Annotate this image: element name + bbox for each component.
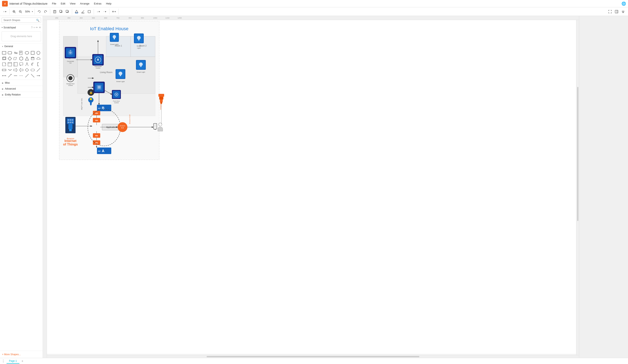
shape-rect-flat[interactable]	[2, 67, 6, 72]
shape-hexagon[interactable]	[19, 56, 24, 61]
scratchpad-edit-icon[interactable]: ✏	[36, 26, 38, 29]
menu-view[interactable]: View	[68, 1, 78, 6]
shape-arrow-right[interactable]	[13, 67, 18, 72]
redo-button[interactable]	[43, 9, 48, 14]
scrollbar-thumb-horizontal[interactable]	[207, 356, 419, 357]
shape-parallelogram[interactable]	[13, 56, 18, 61]
waypoint-button[interactable]: ▾	[102, 9, 108, 14]
scratchpad-label: Scratchpad	[3, 26, 16, 29]
shape-diamond[interactable]	[7, 56, 12, 61]
shape-cloud[interactable]	[36, 56, 41, 61]
ruler-mark: 1150	[165, 17, 169, 19]
shape-square[interactable]	[30, 50, 35, 55]
zoom-level[interactable]: 50%	[24, 10, 31, 13]
svg-text:M4: M4	[95, 142, 98, 144]
undo-button[interactable]	[36, 9, 42, 14]
panel-toggle-button[interactable]	[614, 9, 620, 14]
advanced-category-header[interactable]: ▶ Advanced	[0, 86, 43, 92]
shape-line[interactable]	[36, 67, 41, 72]
shape-wave[interactable]	[7, 67, 12, 72]
advanced-category: ▶ Advanced	[0, 86, 43, 92]
shape-line-simple[interactable]	[13, 73, 18, 78]
shape-arrow-both[interactable]	[2, 73, 6, 78]
shape-circle[interactable]	[36, 50, 41, 55]
menu-edit[interactable]: Edit	[59, 1, 67, 6]
shape-container-alt[interactable]	[13, 62, 18, 67]
shape-tape[interactable]	[30, 67, 35, 72]
scrollbar-thumb-vertical[interactable]	[577, 87, 578, 221]
svg-rect-17	[54, 10, 55, 11]
shape-data-store[interactable]	[24, 67, 29, 72]
menu-arrange[interactable]: Arrange	[78, 1, 91, 6]
shape-callout-rect[interactable]	[19, 62, 24, 67]
add-page-button[interactable]: +	[20, 359, 25, 364]
scrollbar-vertical[interactable]	[576, 20, 579, 355]
svg-rect-194	[160, 100, 163, 102]
shape-rect[interactable]	[2, 50, 6, 55]
general-category-header[interactable]: ▾ General	[0, 44, 43, 49]
page-tabs-menu[interactable]: ⋮	[2, 359, 5, 363]
fullscreen-button[interactable]	[607, 9, 613, 14]
entity-relation-category-header[interactable]: ▶ Entity Relation	[0, 92, 43, 98]
delete-button[interactable]	[52, 9, 58, 14]
canvas[interactable]: IoT Enabled House Garage Room 1 Room 2 L…	[47, 20, 579, 354]
shape-cylinder[interactable]	[30, 56, 35, 61]
shape-line-dashed[interactable]	[19, 73, 24, 78]
scrollbar-horizontal[interactable]	[47, 355, 579, 358]
shape-note[interactable]	[19, 50, 24, 55]
shape-line-antidiag[interactable]	[30, 73, 35, 78]
svg-rect-23	[66, 10, 68, 12]
shape-text[interactable]: Text	[13, 50, 18, 55]
scratchpad-close-icon[interactable]: ✕	[39, 26, 41, 29]
search-shapes-wrapper: 🔍	[0, 16, 43, 25]
scratchpad-header[interactable]: ▾ Scratchpad ? + ✏ ✕	[0, 25, 43, 30]
scratchpad-help-icon[interactable]: ?	[31, 26, 32, 29]
line-style-button[interactable]	[80, 9, 86, 14]
duplicate-button[interactable]	[58, 9, 64, 14]
svg-rect-167	[68, 121, 69, 123]
scratchpad-add-icon[interactable]: +	[33, 26, 35, 29]
ruler-mark: 1050	[153, 17, 157, 19]
shape-style-button[interactable]	[86, 9, 92, 14]
shape-container[interactable]	[7, 62, 12, 67]
shape-arrow-simple[interactable]	[36, 73, 41, 78]
shape-bracket-left[interactable]	[36, 62, 41, 67]
globe-icon[interactable]: 🌐	[622, 1, 626, 6]
shape-rect-3d[interactable]	[2, 56, 6, 61]
svg-point-129	[119, 72, 122, 75]
shape-rect-folded[interactable]	[2, 62, 6, 67]
menu-help[interactable]: Help	[104, 1, 114, 6]
diagram-svg: IoT Enabled House Garage Room 1 Room 2 L…	[47, 20, 579, 354]
svg-rect-164	[68, 119, 69, 121]
zoom-chevron-down[interactable]: ▾	[32, 10, 33, 13]
arrow-button[interactable]: ▾	[95, 9, 101, 14]
sidebar-toggle-button[interactable]: ▾	[2, 9, 8, 14]
shape-line-diag[interactable]	[24, 73, 29, 78]
svg-point-199	[155, 129, 156, 130]
copy-style-button[interactable]	[65, 9, 70, 14]
fill-button[interactable]	[74, 9, 79, 14]
shape-triangle[interactable]	[24, 56, 29, 61]
collapse-panel-button[interactable]	[620, 9, 626, 14]
svg-rect-193	[159, 97, 163, 100]
svg-text:Smart Light: Smart Light	[116, 81, 125, 82]
insert-button[interactable]: + ▾	[111, 9, 117, 14]
shape-crescent[interactable]	[30, 62, 35, 67]
shape-person[interactable]	[24, 62, 29, 67]
page-tab-1[interactable]: Page-1	[6, 359, 19, 364]
menu-file[interactable]: File	[50, 1, 58, 6]
shape-ellipse[interactable]	[24, 50, 29, 55]
menu-extras[interactable]: Extras	[92, 1, 103, 6]
shape-arrow-left[interactable]	[19, 67, 24, 72]
svg-text:Garage Door: Garage Door	[66, 83, 75, 85]
more-shapes-button[interactable]: + More Shapes...	[0, 351, 43, 358]
zoom-out-button[interactable]	[17, 9, 23, 14]
canvas-wrapper[interactable]: 250 350 450 550 650 750 850 950 1050 115…	[43, 16, 579, 358]
search-input[interactable]	[2, 17, 41, 23]
shape-rect-rounded[interactable]	[7, 50, 12, 55]
svg-rect-2	[3, 11, 4, 12]
shape-arrow-diag[interactable]	[7, 73, 12, 78]
zoom-in-button[interactable]	[11, 9, 17, 14]
misc-category-header[interactable]: ▶ Misc	[0, 80, 43, 86]
entity-relation-category: ▶ Entity Relation	[0, 92, 43, 98]
